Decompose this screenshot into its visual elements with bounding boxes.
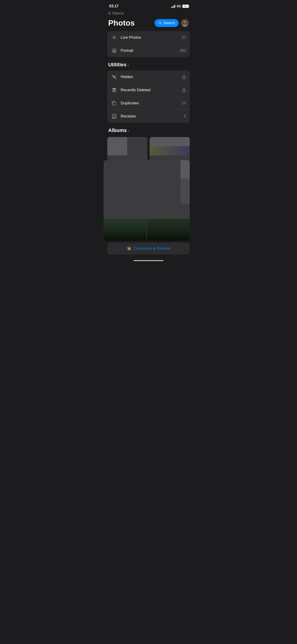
page-header: Photos Search xyxy=(104,16,194,31)
hidden-icon xyxy=(111,74,118,80)
list-item-left-recently-deleted: Recently Deleted xyxy=(111,87,150,93)
list-item-portrait[interactable]: Portrait 390 xyxy=(107,44,190,57)
svg-point-27 xyxy=(128,246,130,248)
page-title: Photos xyxy=(108,18,135,28)
album-thumb-strip xyxy=(107,137,147,156)
svg-point-5 xyxy=(184,24,186,25)
photos-icon xyxy=(126,246,132,251)
album-thumb-top xyxy=(107,137,147,156)
list-item-left-portrait: Portrait xyxy=(111,48,133,54)
receipts-count: 5 xyxy=(184,114,186,118)
city-photo-right xyxy=(147,219,190,241)
search-icon xyxy=(158,21,162,25)
hidden-lock-icon xyxy=(182,75,186,79)
utilities-section-header[interactable]: Utilities › xyxy=(104,62,194,68)
album-partial-thumb xyxy=(180,160,190,178)
utilities-chevron: › xyxy=(127,63,129,68)
albums-chevron: › xyxy=(128,128,129,133)
portrait-icon xyxy=(111,48,118,54)
svg-rect-20 xyxy=(113,102,116,105)
utilities-title: Utilities xyxy=(108,62,126,68)
album-thumb-cell-1 xyxy=(107,137,127,156)
receipts-icon xyxy=(111,113,118,120)
recently-deleted-icon xyxy=(111,87,118,93)
list-item-left-receipts: Receipts xyxy=(111,113,136,120)
list-item-hidden[interactable]: Hidden xyxy=(107,70,190,84)
duplicates-label: Duplicates xyxy=(121,101,139,106)
svg-line-10 xyxy=(112,75,116,79)
search-button-label: Search xyxy=(163,21,175,25)
list-item-duplicates[interactable]: Duplicates 10 xyxy=(107,97,190,110)
signal-bars xyxy=(171,4,175,8)
album-thumb-2 xyxy=(150,137,190,156)
svg-point-30 xyxy=(128,250,130,251)
receipts-label: Receipts xyxy=(121,114,136,118)
customize-reorder-button[interactable]: Customize & Reorder xyxy=(107,242,190,254)
list-item-receipts[interactable]: Receipts 5 xyxy=(107,110,190,123)
city-photo-left xyxy=(104,219,146,241)
svg-point-32 xyxy=(127,247,128,248)
live-photos-icon xyxy=(111,34,118,41)
avatar[interactable] xyxy=(181,19,189,27)
recently-deleted-lock-icon xyxy=(182,88,186,92)
list-item-left-hidden: Hidden xyxy=(111,74,133,80)
list-item-recently-deleted[interactable]: Recently Deleted xyxy=(107,84,190,97)
list-item-left-duplicates: Duplicates xyxy=(111,100,139,106)
search-button[interactable]: Search xyxy=(154,19,179,27)
svg-rect-13 xyxy=(113,88,115,88)
signal-bar-4 xyxy=(174,4,175,8)
utilities-card: Hidden Recently Deleted xyxy=(107,70,190,123)
live-photos-label: Live Photos xyxy=(121,35,141,40)
svg-point-28 xyxy=(130,247,131,248)
list-item-left-live-photos: Live Photos xyxy=(111,34,141,41)
prev-hint-text: & Videos xyxy=(108,11,124,16)
city-photos-strip xyxy=(104,219,190,241)
live-photos-count: 57 xyxy=(182,35,186,40)
album-partial-right xyxy=(180,160,190,204)
svg-rect-19 xyxy=(182,90,185,92)
prev-section-hint: & Videos xyxy=(104,11,194,16)
avatar-icon xyxy=(181,19,189,27)
home-indicator xyxy=(104,258,194,262)
svg-point-7 xyxy=(114,37,115,38)
status-bar: 03:17 5G 71 xyxy=(104,0,194,11)
album-overlay-card[interactable] xyxy=(104,160,190,241)
svg-line-1 xyxy=(160,24,162,24)
svg-point-22 xyxy=(113,115,114,116)
albums-area xyxy=(104,137,194,241)
customize-btn-container: Customize & Reorder xyxy=(104,242,194,254)
svg-point-29 xyxy=(130,248,131,250)
home-bar xyxy=(134,260,164,261)
signal-bar-3 xyxy=(173,6,174,8)
portrait-count: 390 xyxy=(180,48,186,53)
svg-point-24 xyxy=(113,116,114,117)
svg-point-31 xyxy=(127,248,128,250)
signal-bar-1 xyxy=(171,7,172,8)
status-right-group: 5G 71 xyxy=(171,4,189,8)
recently-deleted-label: Recently Deleted xyxy=(121,88,150,92)
portrait-label: Portrait xyxy=(121,48,133,53)
albums-title: Albums xyxy=(108,127,127,133)
status-time: 03:17 xyxy=(109,4,118,8)
hidden-label: Hidden xyxy=(121,75,133,79)
svg-point-3 xyxy=(184,21,186,23)
duplicates-icon xyxy=(111,100,118,106)
svg-point-33 xyxy=(128,248,130,249)
album-thumb-cell-2 xyxy=(127,137,148,156)
customize-label: Customize & Reorder xyxy=(134,246,171,251)
albums-section-header[interactable]: Albums › xyxy=(104,127,194,133)
signal-bar-2 xyxy=(172,6,173,8)
network-label: 5G xyxy=(176,4,181,8)
duplicates-count: 10 xyxy=(182,101,186,106)
svg-rect-12 xyxy=(182,77,185,79)
media-types-card: Live Photos 57 Portrait 390 xyxy=(107,31,190,57)
header-actions: Search xyxy=(154,19,189,27)
battery: 71 xyxy=(182,4,189,8)
list-item-live-photos[interactable]: Live Photos 57 xyxy=(107,31,190,44)
album-thumb-gradient xyxy=(150,146,190,156)
battery-level: 71 xyxy=(182,4,189,8)
